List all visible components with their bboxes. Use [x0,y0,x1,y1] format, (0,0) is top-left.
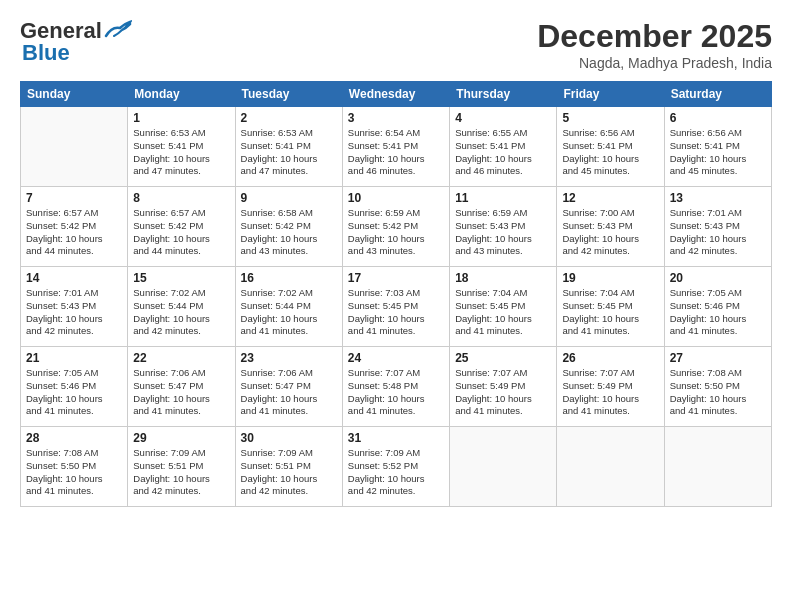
calendar-week-row: 28Sunrise: 7:08 AM Sunset: 5:50 PM Dayli… [21,427,772,507]
day-number: 22 [133,351,229,365]
calendar-cell: 24Sunrise: 7:07 AM Sunset: 5:48 PM Dayli… [342,347,449,427]
day-number: 19 [562,271,658,285]
day-info: Sunrise: 7:01 AM Sunset: 5:43 PM Dayligh… [26,287,122,338]
day-info: Sunrise: 7:00 AM Sunset: 5:43 PM Dayligh… [562,207,658,258]
day-number: 28 [26,431,122,445]
day-info: Sunrise: 6:57 AM Sunset: 5:42 PM Dayligh… [133,207,229,258]
day-number: 26 [562,351,658,365]
day-info: Sunrise: 7:09 AM Sunset: 5:52 PM Dayligh… [348,447,444,498]
header-tuesday: Tuesday [235,82,342,107]
calendar-cell: 29Sunrise: 7:09 AM Sunset: 5:51 PM Dayli… [128,427,235,507]
day-number: 3 [348,111,444,125]
day-number: 31 [348,431,444,445]
day-number: 29 [133,431,229,445]
calendar-cell [557,427,664,507]
day-info: Sunrise: 6:58 AM Sunset: 5:42 PM Dayligh… [241,207,337,258]
logo-blue-text: Blue [22,40,70,66]
calendar-cell: 30Sunrise: 7:09 AM Sunset: 5:51 PM Dayli… [235,427,342,507]
calendar-cell [21,107,128,187]
day-info: Sunrise: 6:55 AM Sunset: 5:41 PM Dayligh… [455,127,551,178]
day-number: 13 [670,191,766,205]
header-wednesday: Wednesday [342,82,449,107]
logo-bird-icon [104,18,132,40]
day-info: Sunrise: 6:59 AM Sunset: 5:42 PM Dayligh… [348,207,444,258]
day-number: 7 [26,191,122,205]
header-sunday: Sunday [21,82,128,107]
day-number: 9 [241,191,337,205]
day-number: 5 [562,111,658,125]
calendar-table: Sunday Monday Tuesday Wednesday Thursday… [20,81,772,507]
calendar-cell: 28Sunrise: 7:08 AM Sunset: 5:50 PM Dayli… [21,427,128,507]
day-number: 11 [455,191,551,205]
day-info: Sunrise: 6:56 AM Sunset: 5:41 PM Dayligh… [562,127,658,178]
calendar-cell: 11Sunrise: 6:59 AM Sunset: 5:43 PM Dayli… [450,187,557,267]
calendar-cell: 18Sunrise: 7:04 AM Sunset: 5:45 PM Dayli… [450,267,557,347]
calendar-cell: 1Sunrise: 6:53 AM Sunset: 5:41 PM Daylig… [128,107,235,187]
calendar-week-row: 7Sunrise: 6:57 AM Sunset: 5:42 PM Daylig… [21,187,772,267]
day-number: 25 [455,351,551,365]
day-number: 21 [26,351,122,365]
day-info: Sunrise: 7:01 AM Sunset: 5:43 PM Dayligh… [670,207,766,258]
header: General Blue December 2025 Nagda, Madhya… [20,18,772,71]
calendar-cell: 20Sunrise: 7:05 AM Sunset: 5:46 PM Dayli… [664,267,771,347]
calendar-cell: 15Sunrise: 7:02 AM Sunset: 5:44 PM Dayli… [128,267,235,347]
day-info: Sunrise: 7:06 AM Sunset: 5:47 PM Dayligh… [133,367,229,418]
day-number: 2 [241,111,337,125]
day-info: Sunrise: 6:57 AM Sunset: 5:42 PM Dayligh… [26,207,122,258]
calendar-header-row: Sunday Monday Tuesday Wednesday Thursday… [21,82,772,107]
calendar-cell: 9Sunrise: 6:58 AM Sunset: 5:42 PM Daylig… [235,187,342,267]
day-number: 23 [241,351,337,365]
calendar-cell: 27Sunrise: 7:08 AM Sunset: 5:50 PM Dayli… [664,347,771,427]
day-info: Sunrise: 7:04 AM Sunset: 5:45 PM Dayligh… [562,287,658,338]
day-info: Sunrise: 7:07 AM Sunset: 5:49 PM Dayligh… [562,367,658,418]
calendar-cell: 6Sunrise: 6:56 AM Sunset: 5:41 PM Daylig… [664,107,771,187]
day-number: 10 [348,191,444,205]
calendar-cell: 3Sunrise: 6:54 AM Sunset: 5:41 PM Daylig… [342,107,449,187]
calendar-cell [450,427,557,507]
day-info: Sunrise: 7:02 AM Sunset: 5:44 PM Dayligh… [133,287,229,338]
calendar-cell: 4Sunrise: 6:55 AM Sunset: 5:41 PM Daylig… [450,107,557,187]
calendar-cell: 17Sunrise: 7:03 AM Sunset: 5:45 PM Dayli… [342,267,449,347]
calendar-cell: 26Sunrise: 7:07 AM Sunset: 5:49 PM Dayli… [557,347,664,427]
calendar-cell: 16Sunrise: 7:02 AM Sunset: 5:44 PM Dayli… [235,267,342,347]
day-number: 18 [455,271,551,285]
day-info: Sunrise: 6:53 AM Sunset: 5:41 PM Dayligh… [133,127,229,178]
page: General Blue December 2025 Nagda, Madhya… [0,0,792,612]
day-info: Sunrise: 7:04 AM Sunset: 5:45 PM Dayligh… [455,287,551,338]
day-number: 20 [670,271,766,285]
day-number: 1 [133,111,229,125]
day-number: 24 [348,351,444,365]
calendar-cell: 21Sunrise: 7:05 AM Sunset: 5:46 PM Dayli… [21,347,128,427]
calendar-week-row: 21Sunrise: 7:05 AM Sunset: 5:46 PM Dayli… [21,347,772,427]
calendar-cell: 22Sunrise: 7:06 AM Sunset: 5:47 PM Dayli… [128,347,235,427]
day-number: 8 [133,191,229,205]
calendar-cell: 13Sunrise: 7:01 AM Sunset: 5:43 PM Dayli… [664,187,771,267]
day-number: 17 [348,271,444,285]
header-friday: Friday [557,82,664,107]
day-info: Sunrise: 7:05 AM Sunset: 5:46 PM Dayligh… [26,367,122,418]
calendar-cell: 12Sunrise: 7:00 AM Sunset: 5:43 PM Dayli… [557,187,664,267]
day-info: Sunrise: 7:06 AM Sunset: 5:47 PM Dayligh… [241,367,337,418]
day-info: Sunrise: 7:03 AM Sunset: 5:45 PM Dayligh… [348,287,444,338]
day-info: Sunrise: 7:02 AM Sunset: 5:44 PM Dayligh… [241,287,337,338]
day-info: Sunrise: 6:54 AM Sunset: 5:41 PM Dayligh… [348,127,444,178]
calendar-cell: 5Sunrise: 6:56 AM Sunset: 5:41 PM Daylig… [557,107,664,187]
day-number: 16 [241,271,337,285]
day-info: Sunrise: 7:08 AM Sunset: 5:50 PM Dayligh… [670,367,766,418]
day-info: Sunrise: 7:07 AM Sunset: 5:48 PM Dayligh… [348,367,444,418]
day-info: Sunrise: 6:56 AM Sunset: 5:41 PM Dayligh… [670,127,766,178]
calendar-cell: 23Sunrise: 7:06 AM Sunset: 5:47 PM Dayli… [235,347,342,427]
day-info: Sunrise: 6:59 AM Sunset: 5:43 PM Dayligh… [455,207,551,258]
calendar-cell: 10Sunrise: 6:59 AM Sunset: 5:42 PM Dayli… [342,187,449,267]
day-info: Sunrise: 6:53 AM Sunset: 5:41 PM Dayligh… [241,127,337,178]
calendar-cell: 25Sunrise: 7:07 AM Sunset: 5:49 PM Dayli… [450,347,557,427]
calendar-cell: 7Sunrise: 6:57 AM Sunset: 5:42 PM Daylig… [21,187,128,267]
header-thursday: Thursday [450,82,557,107]
day-info: Sunrise: 7:05 AM Sunset: 5:46 PM Dayligh… [670,287,766,338]
day-number: 30 [241,431,337,445]
day-number: 15 [133,271,229,285]
calendar-cell: 14Sunrise: 7:01 AM Sunset: 5:43 PM Dayli… [21,267,128,347]
calendar-week-row: 14Sunrise: 7:01 AM Sunset: 5:43 PM Dayli… [21,267,772,347]
header-monday: Monday [128,82,235,107]
day-number: 14 [26,271,122,285]
